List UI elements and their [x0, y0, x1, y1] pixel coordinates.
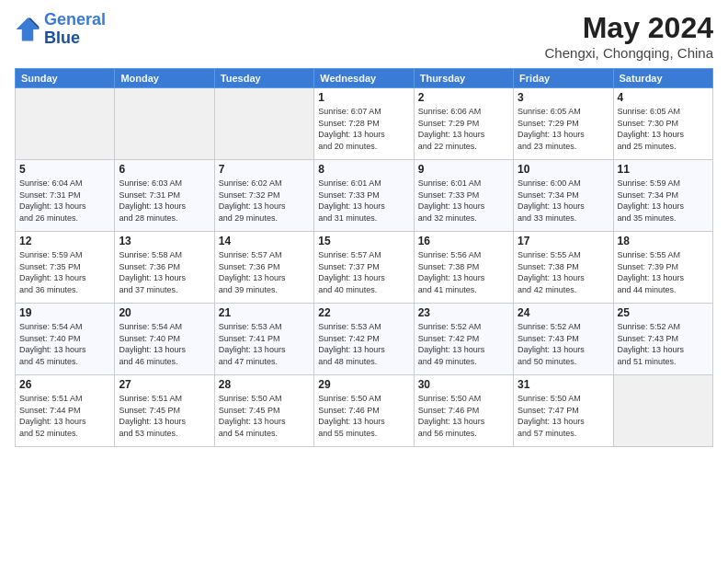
weekday-header: Thursday	[414, 69, 513, 88]
calendar-cell: 31Sunrise: 5:50 AM Sunset: 7:47 PM Dayli…	[514, 375, 613, 447]
calendar-cell: 19Sunrise: 5:54 AM Sunset: 7:40 PM Dayli…	[16, 304, 115, 375]
calendar-page: General Blue May 2024 Chengxi, Chongqing…	[0, 0, 728, 563]
day-number: 1	[318, 91, 409, 104]
weekday-header: Tuesday	[214, 69, 313, 88]
day-number: 19	[19, 306, 110, 319]
calendar-cell: 3Sunrise: 6:05 AM Sunset: 7:29 PM Daylig…	[514, 88, 613, 160]
weekday-header: Friday	[514, 69, 613, 88]
day-number: 29	[318, 378, 409, 391]
day-number: 11	[618, 163, 709, 176]
day-info: Sunrise: 5:57 AM Sunset: 7:36 PM Dayligh…	[219, 249, 310, 295]
day-number: 31	[518, 378, 609, 391]
calendar-week-row: 12Sunrise: 5:59 AM Sunset: 7:35 PM Dayli…	[16, 232, 713, 304]
day-number: 7	[219, 163, 310, 176]
day-number: 23	[418, 306, 509, 319]
day-info: Sunrise: 6:01 AM Sunset: 7:33 PM Dayligh…	[318, 178, 409, 224]
day-info: Sunrise: 6:03 AM Sunset: 7:31 PM Dayligh…	[119, 178, 210, 224]
calendar-cell: 20Sunrise: 5:54 AM Sunset: 7:40 PM Dayli…	[115, 304, 214, 375]
calendar-cell: 9Sunrise: 6:01 AM Sunset: 7:33 PM Daylig…	[414, 160, 513, 232]
day-number: 21	[219, 306, 310, 319]
day-info: Sunrise: 6:06 AM Sunset: 7:29 PM Dayligh…	[418, 106, 509, 152]
day-number: 12	[19, 235, 110, 247]
day-number: 15	[318, 235, 409, 247]
calendar-cell: 24Sunrise: 5:52 AM Sunset: 7:43 PM Dayli…	[514, 304, 613, 375]
day-info: Sunrise: 5:53 AM Sunset: 7:42 PM Dayligh…	[318, 321, 409, 367]
day-number: 5	[19, 163, 110, 176]
day-info: Sunrise: 5:50 AM Sunset: 7:47 PM Dayligh…	[518, 393, 609, 439]
calendar-table: SundayMondayTuesdayWednesdayThursdayFrid…	[15, 68, 713, 447]
day-number: 27	[119, 378, 210, 391]
logo: General Blue	[15, 11, 106, 48]
calendar-cell: 15Sunrise: 5:57 AM Sunset: 7:37 PM Dayli…	[314, 232, 414, 304]
logo-icon	[15, 17, 40, 42]
day-info: Sunrise: 5:58 AM Sunset: 7:36 PM Dayligh…	[119, 249, 210, 295]
day-number: 9	[418, 163, 509, 176]
calendar-cell: 18Sunrise: 5:55 AM Sunset: 7:39 PM Dayli…	[613, 232, 712, 304]
calendar-week-row: 5Sunrise: 6:04 AM Sunset: 7:31 PM Daylig…	[16, 160, 713, 232]
day-number: 25	[618, 306, 709, 319]
calendar-cell: 1Sunrise: 6:07 AM Sunset: 7:28 PM Daylig…	[314, 88, 414, 160]
day-number: 22	[318, 306, 409, 319]
calendar-week-row: 19Sunrise: 5:54 AM Sunset: 7:40 PM Dayli…	[16, 304, 713, 375]
calendar-cell: 21Sunrise: 5:53 AM Sunset: 7:41 PM Dayli…	[214, 304, 313, 375]
calendar-cell: 28Sunrise: 5:50 AM Sunset: 7:45 PM Dayli…	[214, 375, 313, 447]
calendar-cell: 13Sunrise: 5:58 AM Sunset: 7:36 PM Dayli…	[115, 232, 214, 304]
day-info: Sunrise: 6:01 AM Sunset: 7:33 PM Dayligh…	[418, 178, 509, 224]
header: General Blue May 2024 Chengxi, Chongqing…	[15, 11, 713, 61]
calendar-cell: 29Sunrise: 5:50 AM Sunset: 7:46 PM Dayli…	[314, 375, 414, 447]
day-number: 3	[518, 91, 609, 104]
calendar-cell: 6Sunrise: 6:03 AM Sunset: 7:31 PM Daylig…	[115, 160, 214, 232]
calendar-cell: 25Sunrise: 5:52 AM Sunset: 7:43 PM Dayli…	[613, 304, 712, 375]
calendar-cell	[214, 88, 313, 160]
day-info: Sunrise: 6:02 AM Sunset: 7:32 PM Dayligh…	[219, 178, 310, 224]
weekday-header: Monday	[115, 69, 214, 88]
calendar-cell: 4Sunrise: 6:05 AM Sunset: 7:30 PM Daylig…	[613, 88, 712, 160]
day-info: Sunrise: 6:05 AM Sunset: 7:30 PM Dayligh…	[618, 106, 709, 152]
calendar-cell: 8Sunrise: 6:01 AM Sunset: 7:33 PM Daylig…	[314, 160, 414, 232]
day-number: 17	[518, 235, 609, 247]
day-info: Sunrise: 5:51 AM Sunset: 7:44 PM Dayligh…	[19, 393, 110, 439]
day-info: Sunrise: 5:55 AM Sunset: 7:38 PM Dayligh…	[518, 249, 609, 295]
day-info: Sunrise: 5:54 AM Sunset: 7:40 PM Dayligh…	[119, 321, 210, 367]
month-title: May 2024	[545, 11, 713, 45]
day-info: Sunrise: 6:05 AM Sunset: 7:29 PM Dayligh…	[518, 106, 609, 152]
calendar-cell	[115, 88, 214, 160]
day-number: 13	[119, 235, 210, 247]
calendar-cell: 5Sunrise: 6:04 AM Sunset: 7:31 PM Daylig…	[16, 160, 115, 232]
day-info: Sunrise: 5:57 AM Sunset: 7:37 PM Dayligh…	[318, 249, 409, 295]
day-info: Sunrise: 5:56 AM Sunset: 7:38 PM Dayligh…	[418, 249, 509, 295]
weekday-header: Wednesday	[314, 69, 414, 88]
calendar-cell: 12Sunrise: 5:59 AM Sunset: 7:35 PM Dayli…	[16, 232, 115, 304]
day-number: 24	[518, 306, 609, 319]
day-info: Sunrise: 5:59 AM Sunset: 7:34 PM Dayligh…	[618, 178, 709, 224]
calendar-cell	[16, 88, 115, 160]
calendar-cell	[613, 375, 712, 447]
day-number: 20	[119, 306, 210, 319]
title-block: May 2024 Chengxi, Chongqing, China	[545, 11, 713, 61]
calendar-cell: 14Sunrise: 5:57 AM Sunset: 7:36 PM Dayli…	[214, 232, 313, 304]
day-info: Sunrise: 6:00 AM Sunset: 7:34 PM Dayligh…	[518, 178, 609, 224]
day-info: Sunrise: 5:59 AM Sunset: 7:35 PM Dayligh…	[19, 249, 110, 295]
day-number: 18	[618, 235, 709, 247]
calendar-cell: 30Sunrise: 5:50 AM Sunset: 7:46 PM Dayli…	[414, 375, 513, 447]
day-number: 4	[618, 91, 709, 104]
day-number: 26	[19, 378, 110, 391]
day-number: 14	[219, 235, 310, 247]
calendar-cell: 2Sunrise: 6:06 AM Sunset: 7:29 PM Daylig…	[414, 88, 513, 160]
day-number: 8	[318, 163, 409, 176]
calendar-cell: 11Sunrise: 5:59 AM Sunset: 7:34 PM Dayli…	[613, 160, 712, 232]
calendar-cell: 16Sunrise: 5:56 AM Sunset: 7:38 PM Dayli…	[414, 232, 513, 304]
calendar-cell: 22Sunrise: 5:53 AM Sunset: 7:42 PM Dayli…	[314, 304, 414, 375]
day-info: Sunrise: 6:04 AM Sunset: 7:31 PM Dayligh…	[19, 178, 110, 224]
day-info: Sunrise: 5:50 AM Sunset: 7:46 PM Dayligh…	[418, 393, 509, 439]
calendar-cell: 26Sunrise: 5:51 AM Sunset: 7:44 PM Dayli…	[16, 375, 115, 447]
day-info: Sunrise: 5:52 AM Sunset: 7:43 PM Dayligh…	[518, 321, 609, 367]
day-number: 6	[119, 163, 210, 176]
day-info: Sunrise: 5:50 AM Sunset: 7:46 PM Dayligh…	[318, 393, 409, 439]
calendar-cell: 17Sunrise: 5:55 AM Sunset: 7:38 PM Dayli…	[514, 232, 613, 304]
day-info: Sunrise: 5:52 AM Sunset: 7:42 PM Dayligh…	[418, 321, 509, 367]
day-number: 30	[418, 378, 509, 391]
calendar-week-row: 1Sunrise: 6:07 AM Sunset: 7:28 PM Daylig…	[16, 88, 713, 160]
day-info: Sunrise: 5:50 AM Sunset: 7:45 PM Dayligh…	[219, 393, 310, 439]
day-number: 28	[219, 378, 310, 391]
